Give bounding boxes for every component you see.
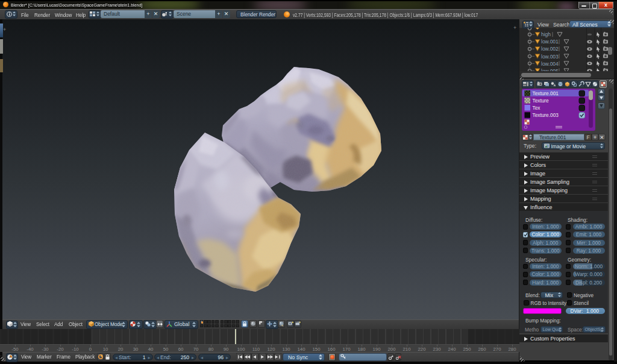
svg-text:low.001: low.001 — [541, 39, 559, 45]
svg-text:high: high — [541, 31, 551, 37]
svg-text:Texture: Texture — [533, 97, 550, 103]
svg-text:low.004: low.004 — [541, 61, 559, 67]
svg-text:Tex: Tex — [533, 104, 541, 110]
svg-text:Texture.001: Texture.001 — [533, 90, 559, 96]
svg-text:low.002: low.002 — [541, 46, 559, 52]
svg-text:Texture.003: Texture.003 — [533, 111, 559, 118]
svg-text:low.003: low.003 — [541, 54, 559, 60]
